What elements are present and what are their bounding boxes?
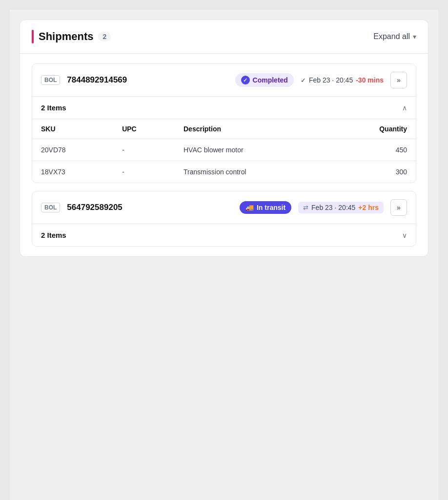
navigate-button-2[interactable]: » <box>390 199 407 216</box>
item-quantity: 300 <box>329 161 416 183</box>
time-arrow-icon: ⇄ <box>303 204 308 211</box>
time-info-1: ✓ Feb 23 · 20:45 -30 mins <box>301 76 384 84</box>
status-badge-2: 🚚 In transit <box>240 201 291 214</box>
items-count-label-2: 2 Items <box>41 231 66 239</box>
shipment-card-2: BOL 564792589205 🚚 In transit ⇄ Feb 23 ·… <box>32 191 416 247</box>
shipment-row-2: BOL 564792589205 🚚 In transit ⇄ Feb 23 ·… <box>32 191 416 224</box>
expand-all-label: Expand all <box>373 32 410 41</box>
navigate-button-1[interactable]: » <box>390 72 407 88</box>
shipments-panel: Shipments 2 Expand all ▾ BOL 78448929145… <box>20 20 428 257</box>
in-transit-truck-icon: 🚚 <box>245 204 254 211</box>
item-upc: - <box>113 161 175 183</box>
bol-number-2: 564792589205 <box>67 203 233 212</box>
items-count-label-1: 2 Items <box>41 104 66 112</box>
time-label-1: Feb 23 · 20:45 <box>309 76 353 84</box>
table-row: 18VX73 - Transmission control 300 <box>32 161 416 183</box>
item-quantity: 450 <box>329 139 416 161</box>
col-sku: SKU <box>32 119 113 139</box>
time-check-icon: ✓ <box>301 77 306 84</box>
bol-label-1: BOL <box>41 75 60 85</box>
panel-header: Shipments 2 Expand all ▾ <box>20 20 428 54</box>
col-quantity: Quantity <box>329 119 416 139</box>
shipment-count-badge: 2 <box>98 32 111 42</box>
title-accent-bar <box>32 30 34 43</box>
bol-number-1: 7844892914569 <box>67 75 228 85</box>
col-description: Description <box>175 119 329 139</box>
expand-all-chevron-icon: ▾ <box>413 33 416 41</box>
status-label-2: In transit <box>257 204 285 211</box>
item-sku: 18VX73 <box>32 161 113 183</box>
time-delta-1: -30 mins <box>356 76 384 84</box>
time-delta-2: +2 hrs <box>358 204 379 211</box>
shipments-list: BOL 7844892914569 ✓ Completed ✓ Feb 23 ·… <box>20 54 428 256</box>
time-label-2: Feb 23 · 20:45 <box>311 204 355 211</box>
col-upc: UPC <box>113 119 175 139</box>
status-badge-1: ✓ Completed <box>235 73 294 87</box>
table-row: 20VD78 - HVAC blower motor 450 <box>32 139 416 161</box>
items-table-body-1: 20VD78 - HVAC blower motor 450 18VX73 - … <box>32 139 416 183</box>
panel-title: Shipments <box>39 30 93 43</box>
item-sku: 20VD78 <box>32 139 113 161</box>
items-toggle-chevron-2: ∨ <box>402 231 407 239</box>
shipment-card-1: BOL 7844892914569 ✓ Completed ✓ Feb 23 ·… <box>32 63 416 183</box>
title-group: Shipments 2 <box>32 30 111 43</box>
item-upc: - <box>113 139 175 161</box>
items-table-1: SKU UPC Description Quantity 20VD78 - HV… <box>32 119 416 183</box>
bol-label-2: BOL <box>41 203 60 212</box>
status-label-1: Completed <box>253 76 288 84</box>
page-container: Shipments 2 Expand all ▾ BOL 78448929145… <box>10 10 438 500</box>
time-info-2: ⇄ Feb 23 · 20:45 +2 hrs <box>298 202 384 213</box>
items-table-header-1: SKU UPC Description Quantity <box>32 119 416 139</box>
items-toggle-chevron-1: ∧ <box>402 104 407 112</box>
item-description: Transmission control <box>175 161 329 183</box>
shipment-row-1: BOL 7844892914569 ✓ Completed ✓ Feb 23 ·… <box>32 64 416 96</box>
completed-check-icon: ✓ <box>241 76 250 84</box>
expand-all-button[interactable]: Expand all ▾ <box>373 32 416 41</box>
items-toggle-2[interactable]: 2 Items ∨ <box>32 224 416 246</box>
items-toggle-1[interactable]: 2 Items ∧ <box>32 96 416 119</box>
item-description: HVAC blower motor <box>175 139 329 161</box>
